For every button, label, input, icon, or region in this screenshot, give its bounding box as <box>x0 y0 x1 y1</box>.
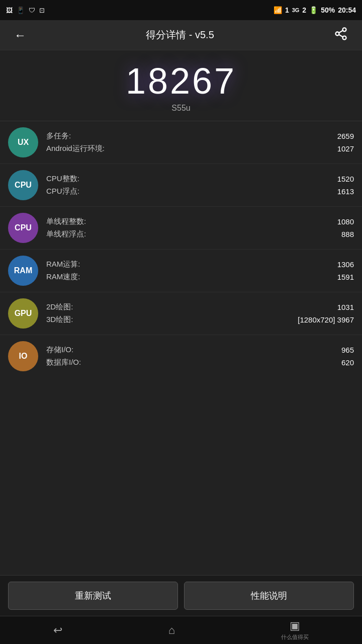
result-rows-1: CPU整数:1520CPU浮点:1613 <box>46 174 354 196</box>
result-label-3-1: RAM速度: <box>46 272 80 282</box>
result-group-3: RAMRAM运算:1306RAM速度:1591 <box>0 250 362 292</box>
nav-app[interactable]: ▣ 什么值得买 <box>281 619 309 641</box>
back-nav-icon: ↩ <box>53 624 62 637</box>
result-value-5-0: 965 <box>341 346 354 354</box>
time-display: 20:54 <box>338 6 356 14</box>
nav-back[interactable]: ↩ <box>53 624 62 637</box>
result-row-1-0: CPU整数:1520 <box>46 174 354 184</box>
status-right: 📶 1 3G 2 🔋 50% 20:54 <box>274 6 356 14</box>
icon-cpu-1: CPU <box>8 170 38 200</box>
result-row-3-0: RAM运算:1306 <box>46 260 354 269</box>
result-group-5: IO存储I/O:965数据库I/O:620 <box>0 335 362 377</box>
result-row-5-1: 数据库I/O:620 <box>46 358 354 367</box>
device-name: S55u <box>0 104 362 113</box>
icon-ux-0: UX <box>8 127 38 157</box>
result-label-2-1: 单线程浮点: <box>46 229 86 239</box>
status-left: 🖼 📱 🛡 ⊡ <box>6 7 45 14</box>
app-nav-icon: ▣ <box>290 619 300 632</box>
bottom-buttons: 重新测试 性能说明 <box>0 575 362 616</box>
result-rows-2: 单线程整数:1080单线程浮点:888 <box>46 217 354 239</box>
result-row-4-1: 3D绘图:[644x362] 3967 <box>46 315 354 325</box>
icon-cpu-2: CPU <box>8 213 38 243</box>
home-nav-icon: ⌂ <box>168 624 175 637</box>
result-row-1-1: CPU浮点:1613 <box>46 187 354 196</box>
result-label-1-1: CPU浮点: <box>46 187 79 196</box>
phone-icon: 📱 <box>17 7 25 14</box>
battery-level: 50% <box>321 6 335 14</box>
retest-button[interactable]: 重新测试 <box>8 582 178 610</box>
icon-gpu-4: GPU <box>8 298 38 329</box>
icon-io-5: IO <box>8 341 38 371</box>
result-row-2-0: 单线程整数:1080 <box>46 217 354 226</box>
signal-2-icon: 2 <box>302 6 306 14</box>
result-value-2-1: 888 <box>341 230 354 238</box>
result-label-1-0: CPU整数: <box>46 174 79 184</box>
network-type-icon: 3G <box>292 7 300 13</box>
score-section: 18267 S55u <box>0 50 362 121</box>
result-label-5-1: 数据库I/O: <box>46 358 81 367</box>
page-title: 得分详情 - v5.5 <box>146 28 214 42</box>
result-row-0-1: Android运行环境:1027 <box>46 144 354 153</box>
result-label-5-0: 存储I/O: <box>46 345 73 355</box>
shield-icon: 🛡 <box>29 7 35 14</box>
battery-icon: 🔋 <box>309 6 318 14</box>
header: ← 得分详情 - v5.5 <box>0 20 362 50</box>
score-value: 18267 <box>0 60 362 102</box>
result-group-0: UX多任务:2659Android运行环境:1027 <box>0 121 362 164</box>
results-list: UX多任务:2659Android运行环境:1027CPUCPU整数:1520C… <box>0 121 362 575</box>
result-value-4-1: [644x362] 3967 <box>298 315 354 324</box>
result-label-3-0: RAM运算: <box>46 260 80 269</box>
result-value-0-1: 1027 <box>337 144 354 153</box>
nav-bar: ↩ ⌂ ▣ 什么值得买 <box>0 616 362 644</box>
result-rows-4: 2D绘图:10313D绘图:[644x362] 3967 <box>46 302 354 325</box>
result-row-5-0: 存储I/O:965 <box>46 345 354 355</box>
svg-line-3 <box>339 34 343 37</box>
status-bar: 🖼 📱 🛡 ⊡ 📶 1 3G 2 🔋 50% 20:54 <box>0 0 362 20</box>
gallery-icon: 🖼 <box>6 7 13 14</box>
result-rows-0: 多任务:2659Android运行环境:1027 <box>46 131 354 153</box>
result-value-3-0: 1306 <box>337 260 354 269</box>
signal-1-icon: 1 <box>285 6 289 14</box>
result-value-2-0: 1080 <box>337 217 354 226</box>
screenshot-icon: ⊡ <box>39 7 45 14</box>
result-group-4: GPU2D绘图:10313D绘图:[644x362] 3967 <box>0 292 362 335</box>
result-label-2-0: 单线程整数: <box>46 217 86 226</box>
result-row-4-0: 2D绘图:1031 <box>46 302 354 312</box>
icon-ram-3: RAM <box>8 256 38 286</box>
result-label-0-0: 多任务: <box>46 131 71 141</box>
nav-home[interactable]: ⌂ <box>168 624 175 637</box>
result-value-1-1: 1613 <box>337 187 354 196</box>
result-label-0-1: Android运行环境: <box>46 144 105 153</box>
performance-button[interactable]: 性能说明 <box>184 582 354 610</box>
result-rows-5: 存储I/O:965数据库I/O:620 <box>46 345 354 367</box>
app-nav-label: 什么值得买 <box>281 633 309 641</box>
result-group-1: CPUCPU整数:1520CPU浮点:1613 <box>0 164 362 207</box>
result-value-4-0: 1031 <box>337 303 354 311</box>
share-button[interactable] <box>330 23 352 48</box>
result-value-3-1: 1591 <box>337 273 354 281</box>
result-group-2: CPU单线程整数:1080单线程浮点:888 <box>0 207 362 250</box>
result-row-2-1: 单线程浮点:888 <box>46 229 354 239</box>
result-row-3-1: RAM速度:1591 <box>46 272 354 282</box>
result-label-4-0: 2D绘图: <box>46 302 73 312</box>
svg-line-4 <box>339 30 343 33</box>
result-value-0-0: 2659 <box>337 132 354 140</box>
back-button[interactable]: ← <box>10 24 30 46</box>
result-label-4-1: 3D绘图: <box>46 315 73 325</box>
result-value-5-1: 620 <box>341 358 354 367</box>
result-rows-3: RAM运算:1306RAM速度:1591 <box>46 260 354 282</box>
result-value-1-0: 1520 <box>337 175 354 183</box>
result-row-0-0: 多任务:2659 <box>46 131 354 141</box>
wifi-icon: 📶 <box>274 6 282 14</box>
